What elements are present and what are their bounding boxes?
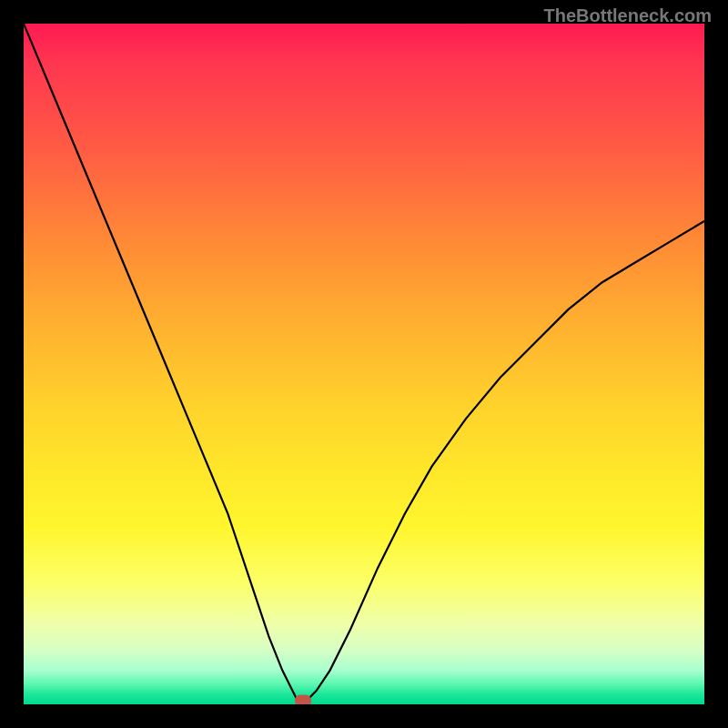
bottleneck-curve	[24, 24, 704, 701]
plot-area	[24, 24, 704, 704]
watermark-text: TheBottleneck.com	[544, 5, 712, 26]
curve-svg	[24, 24, 704, 704]
minimum-marker	[295, 695, 311, 704]
